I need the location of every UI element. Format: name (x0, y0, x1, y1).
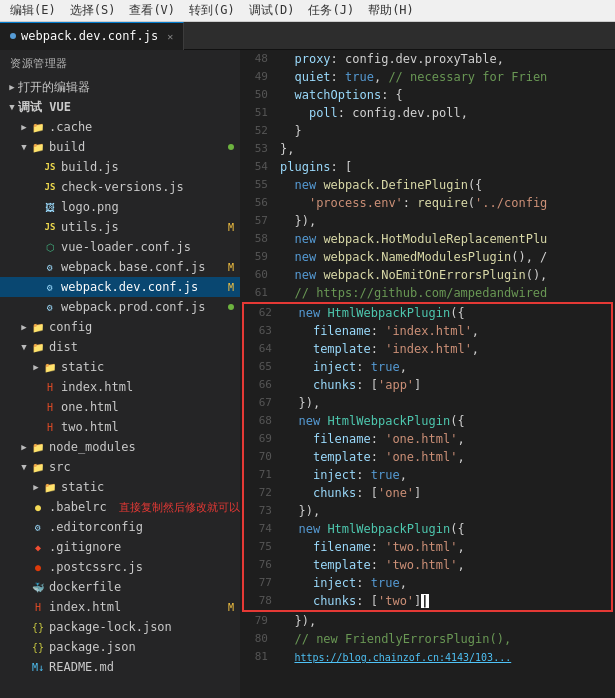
code-line: 51 poll: config.dev.poll, (240, 104, 615, 122)
sidebar-item-vueloader[interactable]: ⬡ vue-loader.conf.js (0, 237, 240, 257)
line-number: 48 (240, 50, 276, 68)
webpackprod-label: webpack.prod.conf.js (61, 300, 228, 314)
src-label: src (49, 460, 240, 474)
git-icon: ◆ (30, 539, 46, 555)
annotation-text: 直接复制然后修改就可以 (119, 500, 240, 515)
sidebar-item-dist-one[interactable]: H one.html (0, 397, 240, 417)
sidebar-item-config[interactable]: 📁 config (0, 317, 240, 337)
sidebar-item-babelrc[interactable]: ● .babelrc 直接复制然后修改就可以 (0, 497, 240, 517)
gitignore-label: .gitignore (49, 540, 240, 554)
arrow-icon (18, 461, 30, 473)
code-line: 70 template: 'one.html', (244, 448, 611, 466)
sidebar-item-dist-static[interactable]: 📁 static (0, 357, 240, 377)
folder-icon: 📁 (30, 139, 46, 155)
sidebar-item-readme[interactable]: M↓ README.md (0, 657, 240, 677)
tab-label: webpack.dev.conf.js (21, 29, 158, 43)
vue-icon: ⬡ (42, 239, 58, 255)
sidebar-item-src[interactable]: 📁 src (0, 457, 240, 477)
sidebar-item-buildjs[interactable]: JS build.js (0, 157, 240, 177)
json-icon: {} (30, 639, 46, 655)
line-number: 77 (244, 574, 280, 592)
code-line: 54 plugins: [ (240, 158, 615, 176)
sidebar-item-postcss[interactable]: ● .postcssrc.js (0, 557, 240, 577)
config-icon: ⚙ (30, 519, 46, 535)
tab-close-button[interactable]: ✕ (167, 31, 173, 42)
menu-select[interactable]: 选择(S) (64, 0, 122, 21)
buildjs-label: build.js (61, 160, 240, 174)
menu-help[interactable]: 帮助(H) (362, 0, 420, 21)
line-content: chunks: ['app'] (280, 376, 611, 394)
sidebar-item-checkversions[interactable]: JS check-versions.js (0, 177, 240, 197)
line-content: proxy: config.dev.proxyTable, (276, 50, 615, 68)
checkversions-label: check-versions.js (61, 180, 240, 194)
sidebar-item-build[interactable]: 📁 build (0, 137, 240, 157)
sidebar-item-utils[interactable]: JS utils.js M (0, 217, 240, 237)
line-content: }), (276, 612, 615, 630)
code-editor[interactable]: 48 proxy: config.dev.proxyTable, 49 quie… (240, 50, 615, 698)
line-number: 49 (240, 68, 276, 86)
code-line: 63 filename: 'index.html', (244, 322, 611, 340)
sidebar-item-webpackprod[interactable]: ⚙ webpack.prod.conf.js (0, 297, 240, 317)
sidebar-item-dockerfile[interactable]: 🐳 dockerfile (0, 577, 240, 597)
active-tab[interactable]: webpack.dev.conf.js ✕ (0, 22, 184, 50)
line-content: new HtmlWebpackPlugin({ (280, 412, 611, 430)
badge-m: M (228, 222, 234, 233)
webpackdev-label: webpack.dev.conf.js (61, 280, 228, 294)
code-line: 49 quiet: true, // necessary for Frien (240, 68, 615, 86)
line-content: new HtmlWebpackPlugin({ (280, 520, 611, 538)
line-number: 72 (244, 484, 280, 502)
line-number: 75 (244, 538, 280, 556)
sidebar-item-dist[interactable]: 📁 dist (0, 337, 240, 357)
sidebar-item-packagelock[interactable]: {} package-lock.json (0, 617, 240, 637)
folder-icon: 📁 (30, 339, 46, 355)
sidebar-item-gitignore[interactable]: ◆ .gitignore (0, 537, 240, 557)
line-number: 63 (244, 322, 280, 340)
code-line: 77 inject: true, (244, 574, 611, 592)
docker-icon: 🐳 (30, 579, 46, 595)
menu-edit[interactable]: 编辑(E) (4, 0, 62, 21)
sidebar-item-nodemodules[interactable]: 📁 node_modules (0, 437, 240, 457)
babelrc-label: .babelrc (49, 500, 115, 514)
sidebar-item-logo[interactable]: 🖼 logo.png (0, 197, 240, 217)
postcss-label: .postcssrc.js (49, 560, 240, 574)
menu-task[interactable]: 任务(J) (302, 0, 360, 21)
code-line: 48 proxy: config.dev.proxyTable, (240, 50, 615, 68)
sidebar-item-cache[interactable]: 📁 .cache (0, 117, 240, 137)
menu-debug[interactable]: 调试(D) (243, 0, 301, 21)
folder-icon: 📁 (30, 439, 46, 455)
badge-m: M (228, 282, 234, 293)
sidebar-item-indexhtml[interactable]: H index.html M (0, 597, 240, 617)
menu-view[interactable]: 查看(V) (123, 0, 181, 21)
sidebar-item-webpackdev[interactable]: ⚙ webpack.dev.conf.js M (0, 277, 240, 297)
line-number: 80 (240, 630, 276, 648)
sidebar-item-webpackbase[interactable]: ⚙ webpack.base.conf.js M (0, 257, 240, 277)
babel-icon: ● (30, 499, 46, 515)
line-content: }, (276, 140, 615, 158)
vueloader-label: vue-loader.conf.js (61, 240, 240, 254)
nodemodules-label: node_modules (49, 440, 240, 454)
sidebar-item-src-static[interactable]: 📁 static (0, 477, 240, 497)
line-content: plugins: [ (276, 158, 615, 176)
sidebar-vue-label[interactable]: 调试 VUE (0, 97, 240, 117)
code-line: 74 new HtmlWebpackPlugin({ (244, 520, 611, 538)
link-text[interactable]: https://blog.chainzof.cn:4143/103... (294, 652, 511, 663)
menu-goto[interactable]: 转到(G) (183, 0, 241, 21)
sidebar: 资源管理器 打开的编辑器 调试 VUE 📁 .cache 📁 build JS … (0, 50, 240, 698)
line-content: chunks: ['one'] (280, 484, 611, 502)
sidebar-item-editorconfig[interactable]: ⚙ .editorconfig (0, 517, 240, 537)
dist-static-label: static (61, 360, 240, 374)
line-content: quiet: true, // necessary for Frien (276, 68, 615, 86)
sidebar-item-dist-two[interactable]: H two.html (0, 417, 240, 437)
code-line: 59 new webpack.NamedModulesPlugin(), / (240, 248, 615, 266)
code-line: 52 } (240, 122, 615, 140)
sidebar-open-editors[interactable]: 打开的编辑器 (0, 77, 240, 97)
sidebar-item-dist-index[interactable]: H index.html (0, 377, 240, 397)
line-number: 73 (244, 502, 280, 520)
sidebar-item-packagejson[interactable]: {} package.json (0, 637, 240, 657)
line-content: new HtmlWebpackPlugin({ (280, 304, 611, 322)
arrow-icon (18, 141, 30, 153)
html-icon: H (42, 419, 58, 435)
line-content: inject: true, (280, 358, 611, 376)
line-number: 59 (240, 248, 276, 266)
line-number: 78 (244, 592, 280, 610)
